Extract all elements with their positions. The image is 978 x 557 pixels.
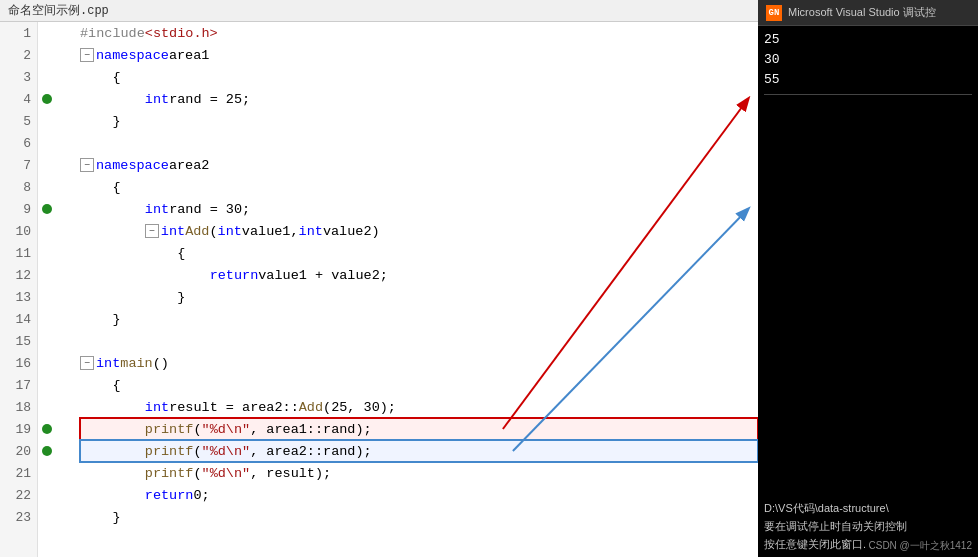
breakpoint-cell[interactable] [38,506,56,528]
breakpoint-cell[interactable] [38,264,56,286]
code-line: { [80,374,758,396]
fold-cell [56,176,76,198]
breakpoint-cell[interactable] [38,132,56,154]
code-container: 1234567891011121314151617181920212223 [0,22,758,557]
line-number: 3 [0,66,37,88]
fold-cell [56,330,76,352]
breakpoint-cell[interactable] [38,44,56,66]
code-line: } [80,286,758,308]
breakpoint-cell[interactable] [38,110,56,132]
line-number: 19 [0,418,37,440]
line-number: 6 [0,132,37,154]
breakpoint-gutter [38,22,56,557]
breakpoint-cell[interactable] [38,484,56,506]
code-line: −namespace area2 [80,154,758,176]
collapse-marker[interactable]: − [80,48,94,62]
code-line: { [80,66,758,88]
breakpoint-cell[interactable] [38,286,56,308]
breakpoint-cell[interactable] [38,440,56,462]
console-output-line: 55 [764,70,972,90]
editor-header: 命名空间示例.cpp [0,0,758,22]
breakpoint-cell[interactable] [38,88,56,110]
code-lines: #include <stdio.h>−namespace area1 { int… [76,22,758,557]
fold-cell [56,286,76,308]
watermark: CSDN @一叶之秋1412 [868,539,972,553]
line-number: 21 [0,462,37,484]
breakpoint-cell[interactable] [38,176,56,198]
line-number: 5 [0,110,37,132]
breakpoint-cell[interactable] [38,396,56,418]
line-number: 8 [0,176,37,198]
fold-cell [56,110,76,132]
console-info-line: 要在调试停止时自动关闭控制 [764,517,972,535]
code-line: return value1 + value2; [80,264,758,286]
line-number: 15 [0,330,37,352]
breakpoint-cell[interactable] [38,198,56,220]
fold-cell [56,264,76,286]
code-editor: 命名空间示例.cpp 12345678910111213141516171819… [0,0,758,557]
line-numbers: 1234567891011121314151617181920212223 [0,22,38,557]
code-line [80,330,758,352]
console-panel: GN Microsoft Visual Studio 调试控 253055 D:… [758,0,978,557]
breakpoint-cell[interactable] [38,242,56,264]
fold-cell [56,462,76,484]
code-line: } [80,308,758,330]
breakpoint-cell[interactable] [38,330,56,352]
vs-icon: GN [766,5,782,21]
line-number: 12 [0,264,37,286]
breakpoint-cell[interactable] [38,220,56,242]
code-line: { [80,242,758,264]
line-number: 13 [0,286,37,308]
breakpoint-dot [42,94,52,104]
fold-cell [56,154,76,176]
code-line: −int Add(int value1, int value2) [80,220,758,242]
breakpoint-dot [42,424,52,434]
breakpoint-cell[interactable] [38,22,56,44]
breakpoint-cell[interactable] [38,154,56,176]
line-number: 18 [0,396,37,418]
fold-cell [56,352,76,374]
file-tab[interactable]: 命名空间示例.cpp [8,2,109,19]
code-line: #include <stdio.h> [80,22,758,44]
code-line: int rand = 25; [80,88,758,110]
console-header: GN Microsoft Visual Studio 调试控 [758,0,978,26]
console-title: Microsoft Visual Studio 调试控 [788,5,936,20]
fold-cell [56,44,76,66]
code-line: printf("%d\n", area2::rand); [80,440,758,462]
line-number: 11 [0,242,37,264]
code-line: int result = area2::Add(25, 30); [80,396,758,418]
code-line: return 0; [80,484,758,506]
fold-gutter [56,22,76,557]
code-line: printf("%d\n", result); [80,462,758,484]
breakpoint-cell[interactable] [38,308,56,330]
fold-cell [56,396,76,418]
collapse-marker[interactable]: − [145,224,159,238]
fold-cell [56,88,76,110]
line-number: 23 [0,506,37,528]
line-number: 22 [0,484,37,506]
line-number: 1 [0,22,37,44]
fold-cell [56,506,76,528]
collapse-marker[interactable]: − [80,356,94,370]
fold-cell [56,374,76,396]
console-info-line: D:\VS代码\data-structure\ [764,499,972,517]
line-number: 17 [0,374,37,396]
console-output-line: 25 [764,30,972,50]
fold-cell [56,308,76,330]
code-line: −int main() [80,352,758,374]
collapse-marker[interactable]: − [80,158,94,172]
breakpoint-cell[interactable] [38,66,56,88]
line-number: 7 [0,154,37,176]
fold-cell [56,220,76,242]
console-output: 253055 [758,26,978,499]
breakpoint-cell[interactable] [38,462,56,484]
line-number: 16 [0,352,37,374]
line-number: 4 [0,88,37,110]
code-line: { [80,176,758,198]
breakpoint-cell[interactable] [38,374,56,396]
line-number: 10 [0,220,37,242]
fold-cell [56,66,76,88]
breakpoint-cell[interactable] [38,418,56,440]
code-line: printf("%d\n", area1::rand); [80,418,758,440]
breakpoint-cell[interactable] [38,352,56,374]
